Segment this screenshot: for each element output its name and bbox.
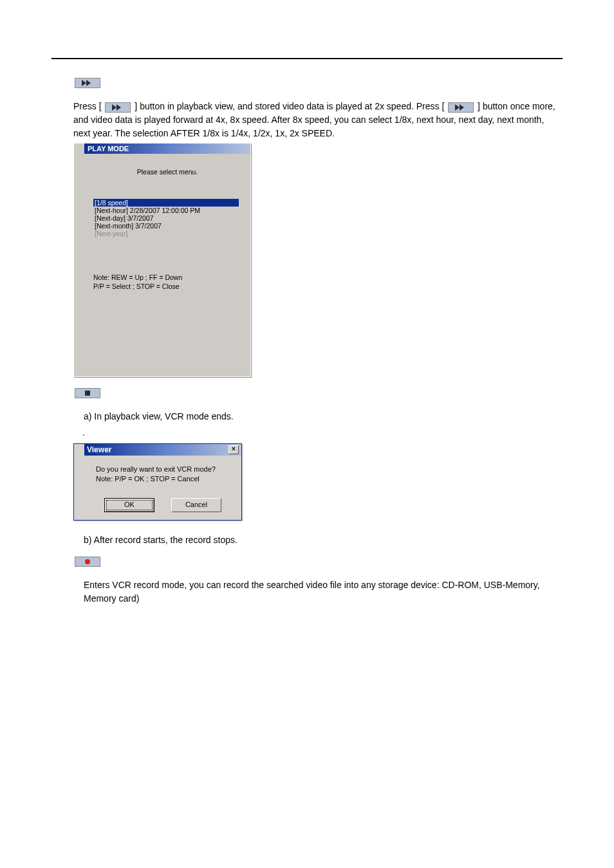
stop-icon bbox=[75, 388, 100, 398]
playmode-body: Please select menu. [1/8 speed] [Next-ho… bbox=[84, 154, 250, 376]
playmode-item[interactable]: [1/8 speed] bbox=[93, 199, 239, 207]
stop-line-a: a) In playback view, VCR mode ends. bbox=[73, 410, 563, 423]
playmode-item[interactable]: [Next-day] 3/7/2007 bbox=[93, 214, 239, 222]
record-description: Enters VCR record mode, you can record t… bbox=[73, 578, 563, 605]
svg-marker-0 bbox=[82, 80, 86, 86]
fast-forward-icon bbox=[105, 102, 131, 113]
ff-description: Press [ ] button in playback view, and s… bbox=[73, 100, 563, 140]
svg-marker-2 bbox=[112, 104, 116, 111]
playmode-item[interactable]: [Next-year] bbox=[93, 230, 239, 237]
top-rule bbox=[51, 58, 563, 59]
content-area: Press [ ] button in playback view, and s… bbox=[51, 77, 563, 605]
viewer-title-text: Viewer bbox=[87, 445, 111, 454]
ok-button[interactable]: OK bbox=[104, 498, 154, 512]
ff-text-1: Press [ bbox=[73, 101, 102, 111]
playmode-list: [1/8 speed] [Next-hour] 2/28/2007 12:00:… bbox=[84, 199, 250, 237]
viewer-body: Do you really want to exit VCR mode? Not… bbox=[84, 456, 241, 489]
cancel-button[interactable]: Cancel bbox=[171, 498, 221, 512]
ff-text-2: ] button in playback view, and stored vi… bbox=[135, 101, 444, 111]
fast-forward-icon bbox=[75, 78, 100, 88]
playmode-item[interactable]: [Next-month] 3/7/2007 bbox=[93, 222, 239, 230]
viewer-msg-line: Do you really want to exit VCR mode? bbox=[96, 465, 232, 474]
viewer-titlebar: Viewer × bbox=[84, 444, 241, 456]
fast-forward-icon bbox=[448, 102, 474, 113]
svg-marker-5 bbox=[460, 104, 464, 111]
stop-line-b: b) After record starts, the record stops… bbox=[73, 533, 563, 547]
playmode-dialog: PLAY MODE Please select menu. [1/8 speed… bbox=[73, 143, 251, 376]
viewer-message: Do you really want to exit VCR mode? Not… bbox=[96, 465, 232, 484]
svg-marker-3 bbox=[116, 104, 121, 111]
svg-marker-4 bbox=[455, 104, 460, 111]
spacer-dot: . bbox=[73, 426, 563, 439]
close-icon[interactable]: × bbox=[228, 445, 239, 454]
viewer-button-row: OK Cancel bbox=[84, 489, 241, 520]
viewer-msg-line: Note: P/P = OK ; STOP = Cancel bbox=[96, 474, 232, 484]
playmode-note: Note: REW = Up ; FF = Down P/P = Select … bbox=[84, 237, 250, 376]
playmode-title: PLAY MODE bbox=[84, 143, 250, 154]
record-icon bbox=[75, 557, 100, 567]
playmode-item[interactable]: [Next-hour] 2/28/2007 12:00:00 PM bbox=[93, 207, 239, 214]
svg-marker-1 bbox=[86, 80, 91, 86]
playmode-note-line: P/P = Select ; STOP = Close bbox=[93, 282, 241, 291]
playmode-note-line: Note: REW = Up ; FF = Down bbox=[93, 273, 241, 282]
viewer-dialog: Viewer × Do you really want to exit VCR … bbox=[73, 443, 242, 521]
playmode-prompt: Please select menu. bbox=[84, 154, 250, 199]
document-page: Press [ ] button in playback view, and s… bbox=[0, 0, 614, 868]
